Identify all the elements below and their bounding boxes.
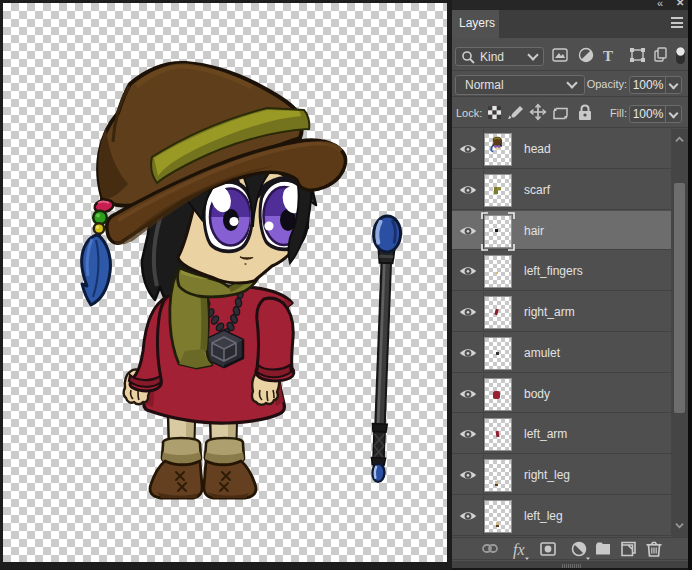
svg-text:T: T — [603, 48, 613, 64]
svg-text:fx: fx — [513, 541, 525, 559]
